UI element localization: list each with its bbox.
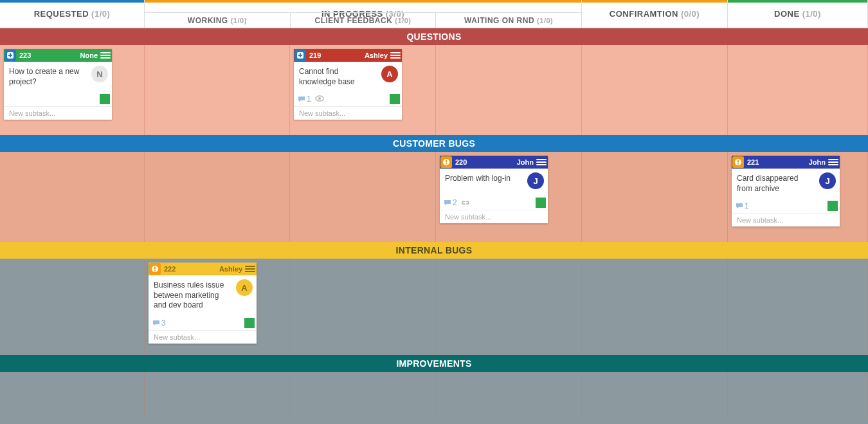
card-220[interactable]: 220 John Problem with log-in J 2	[440, 156, 548, 223]
card-tag	[244, 318, 255, 328]
svg-rect-12	[737, 160, 739, 163]
subcolumn-working[interactable]: WORKING (1/0)	[145, 13, 291, 28]
subcolumn-label: WORKING	[188, 16, 228, 25]
cell-done-improve[interactable]	[728, 372, 868, 417]
cell-waiting-rnd-questions[interactable]	[436, 45, 582, 135]
column-in-progress[interactable]: IN PROGRESS (3/0) WORKING (1/0) CLIENT F…	[145, 0, 582, 28]
new-subtask-input[interactable]: New subtask...	[732, 213, 840, 226]
watch-icon[interactable]	[315, 95, 324, 104]
comment-count: 3	[161, 318, 166, 327]
new-subtask-input[interactable]: New subtask...	[4, 106, 112, 120]
avatar[interactable]: N	[91, 66, 108, 82]
kanban-board: REQUESTED (1/0) IN PROGRESS (3/0) WORKIN…	[0, 0, 868, 424]
swimlane-internal-bugs[interactable]: INTERNAL BUGS	[0, 242, 868, 259]
card-219[interactable]: 219 Ashley Cannot find knowledge base A …	[294, 49, 402, 120]
card-assignee: Ashley	[219, 265, 242, 273]
column-requested[interactable]: REQUESTED (1/0)	[0, 0, 145, 28]
cell-working-questions[interactable]	[145, 45, 290, 135]
card-222[interactable]: 222 Ashley Business rules issue between …	[149, 263, 257, 344]
card-menu-icon[interactable]	[100, 50, 111, 60]
avatar[interactable]: J	[819, 172, 836, 189]
subcolumn-waiting-rnd[interactable]: WAITING ON RND (1/0)	[436, 13, 581, 28]
new-subtask-input[interactable]: New subtask...	[149, 330, 257, 344]
cell-client-feedback-questions[interactable]: 219 Ashley Cannot find knowledge base A …	[290, 45, 436, 135]
cell-confirmation-customer[interactable]	[582, 152, 728, 242]
subcolumn-count: (1/0)	[231, 17, 247, 24]
column-accent	[728, 0, 867, 3]
card-221[interactable]: 221 John Card disappeared from archive J…	[732, 156, 840, 226]
card-type-icon	[5, 50, 16, 61]
cell-confirmation-questions[interactable]	[582, 45, 728, 135]
card-223[interactable]: 223 None How to create a new project? N …	[4, 49, 112, 120]
svg-rect-5	[298, 55, 302, 56]
cell-working-customer[interactable]	[145, 152, 290, 242]
card-id: 222	[164, 265, 176, 273]
link-icon[interactable]	[461, 198, 470, 207]
avatar[interactable]: A	[236, 279, 253, 296]
card-tag	[390, 94, 400, 104]
cell-requested-improve[interactable]	[0, 372, 145, 417]
card-footer: 1	[732, 199, 840, 213]
cell-client-feedback-internal[interactable]	[290, 259, 436, 355]
cell-requested-questions[interactable]: 223 None How to create a new project? N …	[0, 45, 145, 135]
comment-icon[interactable]: 1	[736, 201, 749, 210]
card-header: 222 Ashley	[149, 263, 257, 275]
new-subtask-input[interactable]: New subtask...	[440, 210, 548, 223]
svg-rect-10	[446, 163, 447, 165]
column-done[interactable]: DONE (1/0)	[728, 0, 868, 28]
card-menu-icon[interactable]	[245, 264, 255, 274]
card-id: 223	[19, 51, 31, 59]
cell-done-questions[interactable]	[728, 45, 868, 135]
cell-client-feedback-improve[interactable]	[290, 372, 436, 417]
new-subtask-input[interactable]: New subtask...	[294, 106, 402, 120]
cell-waiting-rnd-internal[interactable]	[436, 259, 582, 355]
swimlane-improvements-body	[0, 372, 868, 417]
comment-icon[interactable]: 1	[298, 95, 311, 104]
card-footer: 2	[440, 196, 548, 210]
avatar[interactable]: A	[381, 66, 398, 82]
column-header-row: REQUESTED (1/0) IN PROGRESS (3/0) WORKIN…	[0, 0, 868, 28]
comment-count: 1	[745, 201, 749, 210]
card-header: 219 Ashley	[294, 49, 402, 62]
card-tag	[100, 94, 110, 104]
avatar[interactable]: J	[527, 172, 544, 189]
swimlane-label: QUESTIONS	[406, 32, 461, 42]
card-footer: 3	[149, 316, 257, 330]
cell-confirmation-improve[interactable]	[582, 372, 728, 417]
cell-working-improve[interactable]	[145, 372, 290, 417]
swimlane-customer-bugs[interactable]: CUSTOMER BUGS	[0, 135, 868, 152]
card-body: How to create a new project? N	[4, 62, 112, 92]
comment-icon[interactable]: 2	[444, 198, 457, 207]
cell-done-customer[interactable]: 221 John Card disappeared from archive J…	[728, 152, 868, 242]
card-menu-icon[interactable]	[536, 157, 547, 167]
card-type-icon	[294, 50, 306, 61]
cell-confirmation-internal[interactable]	[582, 259, 728, 355]
column-confirmation[interactable]: CONFIRAMTION (0/0)	[582, 0, 728, 28]
column-accent	[0, 0, 144, 3]
subcolumn-client-feedback[interactable]: CLIENT FEEDBACK (1/0)	[291, 13, 437, 28]
cell-waiting-rnd-improve[interactable]	[436, 372, 582, 417]
card-footer: 1	[294, 92, 402, 106]
card-title: Business rules issue between marketing a…	[154, 281, 231, 311]
column-accent	[145, 0, 581, 3]
column-accent	[582, 0, 727, 3]
card-menu-icon[interactable]	[390, 50, 401, 60]
card-body: Cannot find knowledge base A	[294, 62, 402, 92]
card-menu-icon[interactable]	[828, 157, 838, 167]
comment-icon[interactable]: 3	[152, 318, 166, 327]
svg-rect-15	[154, 267, 156, 270]
cell-working-internal[interactable]: 222 Ashley Business rules issue between …	[145, 259, 290, 355]
cell-waiting-rnd-customer[interactable]: 220 John Problem with log-in J 2	[436, 152, 582, 242]
card-body: Card disappeared from archive J	[732, 169, 840, 199]
swimlane-questions[interactable]: QUESTIONS	[0, 28, 868, 45]
cell-requested-internal[interactable]	[0, 259, 145, 355]
svg-rect-16	[154, 270, 156, 272]
cell-done-internal[interactable]	[728, 259, 868, 355]
column-count: (1/0)	[802, 9, 821, 19]
swimlane-improvements[interactable]: IMPROVEMENTS	[0, 355, 868, 372]
card-tag	[827, 201, 838, 211]
svg-point-7	[318, 97, 321, 100]
cell-client-feedback-customer[interactable]	[290, 152, 436, 242]
cell-requested-customer[interactable]	[0, 152, 145, 242]
card-footer	[4, 92, 112, 106]
